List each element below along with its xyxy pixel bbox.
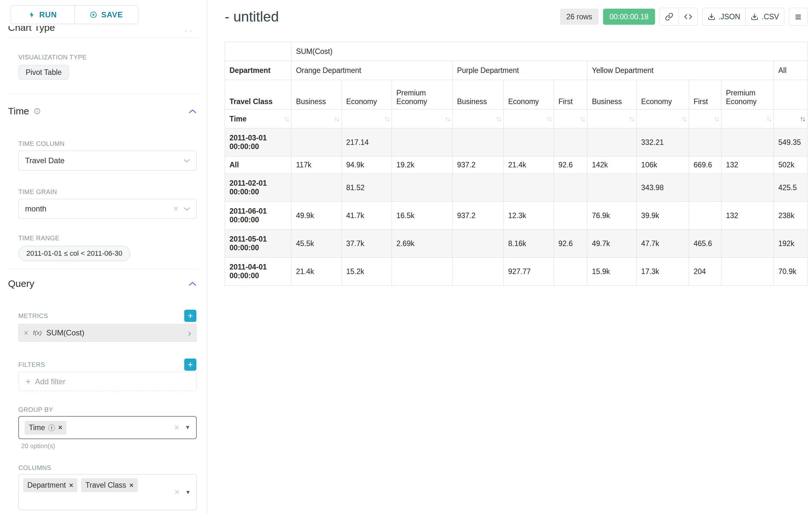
- group-by-chip-time[interactable]: Time i ×: [25, 421, 66, 435]
- pivot-col-group-header: All: [774, 61, 808, 80]
- sort-icon[interactable]: ↑↓: [384, 115, 389, 123]
- time-range-pill[interactable]: 2011-01-01 ≤ col < 2011-06-30: [18, 246, 130, 261]
- pivot-cell: 106k: [636, 157, 689, 174]
- pivot-cell: 39.9k: [636, 202, 689, 230]
- pivot-col-header: Business: [291, 80, 342, 110]
- export-csv-button[interactable]: .CSV: [745, 8, 784, 26]
- pivot-cell: 937.2: [452, 157, 503, 174]
- pivot-cell: [721, 230, 774, 258]
- pivot-cell: [503, 129, 554, 157]
- query-timer-badge: 00:00:00.18: [603, 9, 655, 25]
- caret-down-icon[interactable]: ▼: [185, 424, 190, 431]
- chip-label: Time: [29, 424, 45, 432]
- chip-label: Travel Class: [85, 481, 126, 490]
- pivot-cell: 45.5k: [291, 230, 342, 258]
- explore-page: RUN SAVE Chart Type ·· VISUALIZATION TYP…: [0, 0, 812, 514]
- sort-icon[interactable]: ↑↓: [284, 115, 289, 123]
- pivot-cell: 15.2k: [342, 258, 392, 286]
- export-csv-label: .CSV: [762, 12, 779, 21]
- remove-chip-icon[interactable]: ×: [69, 481, 73, 490]
- columns-select[interactable]: Department × Travel Class × × ▼: [18, 474, 197, 510]
- pivot-col-group-header: Orange Department: [291, 61, 453, 80]
- time-grain-label: TIME GRAIN: [18, 188, 207, 196]
- pivot-cell: [689, 129, 721, 157]
- sort-icon[interactable]: ↑↓: [682, 115, 686, 123]
- sort-icon[interactable]: ↑↓: [800, 115, 805, 123]
- add-filter-label: Add filter: [35, 377, 65, 386]
- clear-icon[interactable]: ×: [174, 488, 179, 497]
- copy-link-button[interactable]: [660, 8, 679, 26]
- info-icon[interactable]: i: [48, 424, 55, 431]
- pivot-sort-header[interactable]: ↑↓: [636, 110, 689, 129]
- pivot-row-label: All: [225, 157, 291, 174]
- remove-chip-icon[interactable]: ×: [129, 481, 134, 490]
- pivot-sort-header[interactable]: ↑↓: [587, 110, 636, 129]
- pivot-sort-header[interactable]: ↑↓: [721, 110, 774, 129]
- pivot-col-header: Premium Economy: [721, 80, 774, 110]
- pivot-col-header: First: [554, 80, 587, 110]
- chip-label: Department: [27, 481, 66, 490]
- pivot-sort-header[interactable]: ↑↓: [291, 110, 342, 129]
- add-filter-dropzone[interactable]: + Add filter: [18, 372, 197, 391]
- chart-toolbar: 26 rows 00:00:00.18 .JSON: [560, 8, 808, 26]
- table-row: All117k94.9k19.2k937.221.4k92.6142k106k6…: [225, 157, 808, 174]
- table-row: 2011-05-01 00:00:0045.5k37.7k2.69k8.16k9…: [225, 230, 808, 258]
- pivot-cell: 927.77: [503, 258, 554, 286]
- columns-chip-travel-class[interactable]: Travel Class ×: [81, 478, 138, 492]
- metrics-header: METRICS +: [18, 310, 196, 322]
- pivot-cell: 41.7k: [342, 202, 392, 230]
- pivot-sort-header[interactable]: ↑↓: [452, 110, 503, 129]
- pivot-cell: 17.3k: [636, 258, 689, 286]
- pivot-sort-header[interactable]: Time↑↓: [225, 110, 291, 129]
- sort-icon[interactable]: ↑↓: [445, 115, 450, 123]
- clear-icon[interactable]: ×: [173, 205, 178, 213]
- pivot-metric-header: SUM(Cost): [291, 42, 808, 61]
- add-filter-button[interactable]: +: [184, 358, 196, 371]
- pivot-sort-header[interactable]: ↑↓: [774, 110, 808, 129]
- pivot-cell: 21.4k: [503, 157, 554, 174]
- columns-chip-department[interactable]: Department ×: [23, 478, 77, 492]
- visualization-type-pill[interactable]: Pivot Table: [18, 65, 69, 80]
- export-json-button[interactable]: .JSON: [702, 8, 746, 26]
- sort-icon[interactable]: ↑↓: [629, 115, 634, 123]
- clear-icon[interactable]: ×: [174, 424, 179, 432]
- add-metric-button[interactable]: +: [184, 310, 196, 322]
- metric-label: SUM(Cost): [46, 328, 84, 337]
- metric-item[interactable]: × f(x) SUM(Cost) ›: [18, 324, 197, 342]
- pivot-sort-header[interactable]: ↑↓: [554, 110, 587, 129]
- time-grain-select[interactable]: month ×: [18, 199, 197, 219]
- sort-icon[interactable]: ↑↓: [334, 115, 339, 123]
- chevron-right-icon[interactable]: ›: [188, 328, 191, 338]
- chart-title[interactable]: - untitled: [225, 9, 279, 25]
- sort-icon[interactable]: ↑↓: [580, 115, 584, 123]
- pivot-col-header: [774, 80, 808, 110]
- time-column-select[interactable]: Travel Date: [18, 151, 197, 170]
- remove-chip-icon[interactable]: ×: [58, 424, 62, 432]
- caret-down-icon[interactable]: ▼: [185, 489, 191, 495]
- chart-type-heading: Chart Type: [8, 26, 196, 33]
- sort-icon[interactable]: ↑↓: [714, 115, 719, 123]
- pivot-sort-header[interactable]: ↑↓: [689, 110, 721, 129]
- save-button[interactable]: SAVE: [75, 5, 138, 24]
- sort-icon[interactable]: ↑↓: [766, 115, 771, 123]
- pivot-sort-header[interactable]: ↑↓: [342, 110, 392, 129]
- sort-icon[interactable]: ↑↓: [546, 115, 551, 123]
- group-by-select[interactable]: Time i × × ▼: [18, 416, 197, 439]
- sort-icon[interactable]: ↑↓: [496, 115, 501, 123]
- pivot-cell: 76.9k: [587, 202, 636, 230]
- time-section-title: Time: [8, 106, 29, 117]
- remove-metric-icon[interactable]: ×: [24, 328, 29, 337]
- view-query-button[interactable]: [678, 8, 698, 26]
- divider: [8, 269, 199, 269]
- chevron-up-icon[interactable]: [189, 281, 196, 286]
- info-icon[interactable]: [34, 108, 41, 115]
- pivot-sort-header[interactable]: ↑↓: [392, 110, 452, 129]
- pivot-cell: 47.7k: [636, 230, 689, 258]
- pivot-cell: [392, 174, 452, 202]
- pivot-cell: 12.3k: [503, 202, 554, 230]
- run-button[interactable]: RUN: [11, 5, 75, 24]
- more-options-button[interactable]: ≡: [789, 8, 808, 26]
- chevron-up-icon[interactable]: [189, 109, 196, 114]
- pivot-sort-header[interactable]: ↑↓: [503, 110, 554, 129]
- time-column-value: Travel Date: [25, 156, 64, 165]
